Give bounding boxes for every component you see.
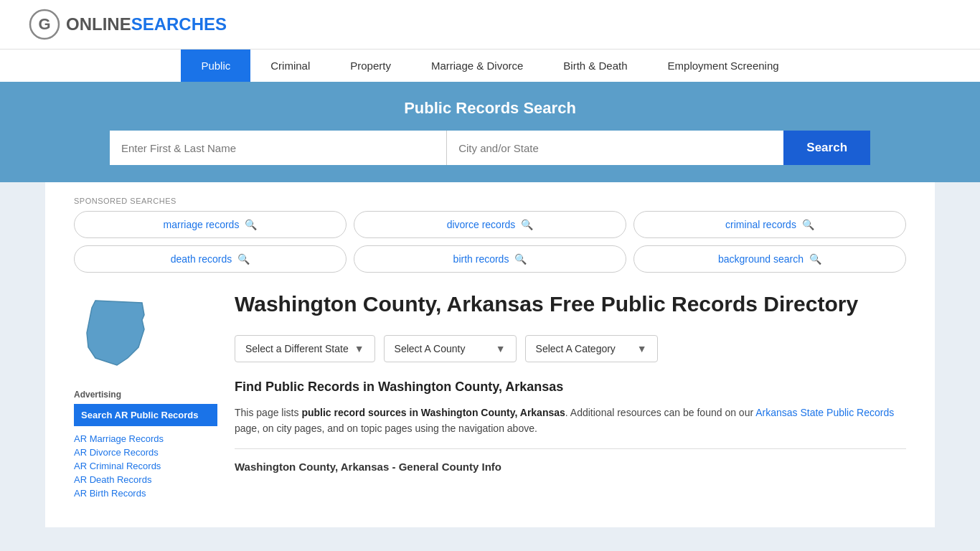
sponsored-item-divorce[interactable]: divorce records 🔍: [354, 211, 626, 238]
sponsored-item-background[interactable]: background search 🔍: [633, 245, 906, 273]
sponsored-item-birth[interactable]: birth records 🔍: [354, 245, 626, 273]
main-content: Washington County, Arkansas Free Public …: [235, 290, 906, 499]
sponsored-section: SPONSORED SEARCHES marriage records 🔍 di…: [74, 197, 906, 273]
search-icon: 🔍: [521, 219, 533, 230]
dropdowns-row: Select a Different State ▼ Select A Coun…: [235, 335, 906, 362]
sponsored-link-background[interactable]: background search: [718, 253, 804, 265]
sponsored-item-death[interactable]: death records 🔍: [74, 245, 347, 273]
sponsored-link-divorce[interactable]: divorce records: [447, 219, 516, 230]
nav-item-birth-death[interactable]: Birth & Death: [543, 50, 647, 82]
state-dropdown-label: Select a Different State: [245, 343, 349, 354]
nav-item-marriage-divorce[interactable]: Marriage & Divorce: [411, 50, 543, 82]
county-dropdown-label: Select A County: [395, 343, 466, 354]
find-records-heading: Find Public Records in Washington County…: [235, 380, 906, 395]
category-dropdown-label: Select A Category: [536, 343, 616, 354]
category-dropdown[interactable]: Select A Category ▼: [525, 335, 658, 362]
logo-icon: G: [29, 9, 60, 40]
sponsored-grid: marriage records 🔍 divorce records 🔍 cri…: [74, 211, 906, 273]
banner-title: Public Records Search: [29, 99, 951, 118]
chevron-down-icon: ▼: [637, 343, 647, 354]
search-icon: 🔍: [809, 253, 821, 265]
main-nav: Public Criminal Property Marriage & Divo…: [0, 49, 980, 82]
sidebar-link-criminal[interactable]: AR Criminal Records: [74, 461, 217, 471]
general-info-heading: Washington County, Arkansas - General Co…: [235, 461, 906, 473]
sponsored-item-criminal[interactable]: criminal records 🔍: [633, 211, 906, 238]
main-wrapper: SPONSORED SEARCHES marriage records 🔍 di…: [45, 182, 935, 527]
description-text: This page lists public record sources in…: [235, 405, 906, 437]
sidebar-link-marriage[interactable]: AR Marriage Records: [74, 433, 217, 444]
header: G ONLINESEARCHES: [0, 0, 980, 49]
search-icon: 🔍: [514, 253, 527, 265]
logo-text: ONLINESEARCHES: [66, 14, 227, 34]
section-divider: [235, 448, 906, 449]
sidebar-link-birth[interactable]: AR Birth Records: [74, 488, 217, 499]
nav-item-property[interactable]: Property: [330, 50, 411, 82]
sponsored-label: SPONSORED SEARCHES: [74, 197, 906, 205]
state-dropdown[interactable]: Select a Different State ▼: [235, 335, 375, 362]
search-banner: Public Records Search Search: [0, 82, 980, 182]
county-dropdown[interactable]: Select A County ▼: [384, 335, 517, 362]
nav-item-employment[interactable]: Employment Screening: [648, 50, 799, 82]
search-icon: 🔍: [245, 219, 257, 230]
advertising-label: Advertising: [74, 390, 217, 400]
page-title: Washington County, Arkansas Free Public …: [235, 290, 906, 318]
sidebar-link-divorce[interactable]: AR Divorce Records: [74, 447, 217, 458]
sidebar-link-death[interactable]: AR Death Records: [74, 474, 217, 485]
sidebar-links: AR Marriage Records AR Divorce Records A…: [74, 433, 217, 499]
sidebar: Advertising Search AR Public Records AR …: [74, 290, 217, 499]
search-icon: 🔍: [237, 253, 250, 265]
search-icon: 🔍: [802, 219, 814, 230]
search-button[interactable]: Search: [783, 131, 870, 165]
state-map: [74, 290, 217, 378]
chevron-down-icon: ▼: [496, 343, 506, 354]
sidebar-ad-box[interactable]: Search AR Public Records: [74, 404, 217, 426]
content-layout: Advertising Search AR Public Records AR …: [74, 290, 906, 499]
search-form: Search: [110, 131, 870, 165]
logo[interactable]: G ONLINESEARCHES: [29, 9, 227, 40]
svg-text:G: G: [38, 15, 50, 33]
sponsored-link-criminal[interactable]: criminal records: [725, 219, 796, 230]
sponsored-link-birth[interactable]: birth records: [453, 253, 509, 265]
ar-state-link[interactable]: Arkansas State Public Records: [755, 407, 894, 418]
nav-item-criminal[interactable]: Criminal: [250, 50, 330, 82]
sponsored-link-death[interactable]: death records: [171, 253, 232, 265]
nav-item-public[interactable]: Public: [181, 50, 250, 82]
location-input[interactable]: [447, 131, 783, 165]
chevron-down-icon: ▼: [354, 343, 364, 354]
arkansas-map: [74, 290, 160, 376]
sponsored-item-marriage[interactable]: marriage records 🔍: [74, 211, 347, 238]
sponsored-link-marriage[interactable]: marriage records: [164, 219, 240, 230]
name-input[interactable]: [110, 131, 447, 165]
